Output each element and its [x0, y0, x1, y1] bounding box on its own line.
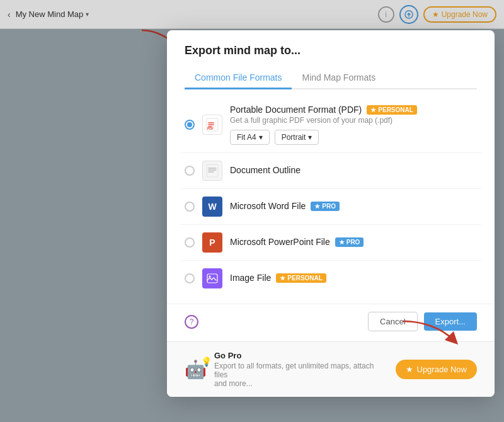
pdf-size-select[interactable]: Fit A4 ▾	[230, 130, 270, 145]
svg-point-5	[209, 276, 211, 278]
star-icon-ppt: ★	[339, 239, 345, 246]
export-dialog: Export mind map to... Common File Format…	[167, 30, 495, 397]
svg-rect-3	[207, 164, 218, 177]
go-pro-text: Go Pro Export to all formats, get unlimi…	[214, 351, 381, 388]
lightbulb-icon: 💡	[201, 356, 212, 367]
pdf-orientation-select[interactable]: Portrait ▾	[275, 130, 319, 145]
star-icon-pdf: ★	[370, 106, 376, 113]
pdf-desc: Get a full graphic PDF version of your m…	[230, 116, 477, 125]
radio-word[interactable]	[185, 202, 195, 212]
format-tabs: Common File Formats Mind Map Formats	[185, 67, 477, 89]
go-pro-desc: Export to all formats, get unlimited map…	[214, 362, 381, 388]
pdf-orientation-chevron: ▾	[308, 133, 312, 142]
pdf-info: Portable Document Format (PDF) ★ PERSONA…	[230, 105, 477, 145]
upgrade-now-label-gopro: Upgrade Now	[417, 365, 467, 374]
word-name-row: Microsoft Word File ★ PRO	[230, 201, 477, 211]
app-background: ‹ My New Mind Map ▾ i ★ Upgrade Now	[0, 0, 504, 422]
tab-common-formats[interactable]: Common File Formats	[185, 67, 292, 89]
robot-container: 🤖 💡	[185, 359, 207, 380]
image-name-row: Image File ★ PERSONAL	[230, 273, 477, 283]
outline-info: Document Outline	[230, 165, 477, 176]
image-info: Image File ★ PERSONAL	[230, 273, 477, 284]
format-list: PDF Portable Document Format (PDF) ★ PER…	[167, 89, 495, 304]
go-pro-title: Go Pro	[214, 351, 381, 360]
outline-name-row: Document Outline	[230, 165, 477, 175]
pdf-name: Portable Document Format (PDF)	[230, 105, 362, 115]
pdf-icon: PDF	[202, 115, 222, 135]
upgrade-now-button-gopro[interactable]: ★ Upgrade Now	[396, 360, 478, 379]
word-name: Microsoft Word File	[230, 201, 306, 211]
ppt-info: Microsoft PowerPoint File ★ PRO	[230, 237, 477, 248]
image-icon	[202, 268, 222, 288]
radio-outline[interactable]	[185, 166, 195, 176]
image-badge: ★ PERSONAL	[276, 273, 326, 283]
image-name: Image File	[230, 273, 271, 283]
image-badge-label: PERSONAL	[287, 275, 323, 282]
pdf-name-row: Portable Document Format (PDF) ★ PERSONA…	[230, 105, 477, 115]
pdf-badge-label: PERSONAL	[378, 106, 413, 113]
outline-icon	[202, 161, 222, 181]
cancel-button[interactable]: Cancel	[368, 312, 417, 331]
pdf-options: Fit A4 ▾ Portrait ▾	[230, 130, 477, 145]
radio-image[interactable]	[185, 273, 195, 283]
format-item-image[interactable]: Image File ★ PERSONAL	[180, 261, 482, 296]
pdf-size-label: Fit A4	[237, 133, 256, 142]
ppt-badge-label: PRO	[346, 239, 360, 246]
pdf-badge: ★ PERSONAL	[367, 105, 417, 115]
format-item-pdf[interactable]: PDF Portable Document Format (PDF) ★ PER…	[180, 97, 482, 153]
ppt-icon: P	[202, 232, 222, 253]
export-button[interactable]: Export...	[424, 312, 477, 331]
radio-ppt[interactable]	[185, 237, 195, 248]
ppt-badge: ★ PRO	[335, 237, 364, 247]
format-item-word[interactable]: W Microsoft Word File ★ PRO	[180, 189, 482, 225]
word-icon: W	[202, 197, 222, 217]
tab-mindmap-formats[interactable]: Mind Map Formats	[292, 67, 386, 89]
pdf-orientation-label: Portrait	[282, 133, 306, 142]
svg-text:PDF: PDF	[207, 127, 214, 130]
help-button[interactable]: ?	[185, 315, 198, 329]
radio-pdf[interactable]	[185, 120, 195, 130]
word-info: Microsoft Word File ★ PRO	[230, 201, 477, 212]
ppt-name-row: Microsoft PowerPoint File ★ PRO	[230, 237, 477, 247]
dialog-footer: ? Cancel Export...	[167, 304, 495, 341]
word-badge-label: PRO	[322, 203, 336, 210]
dialog-header: Export mind map to...	[167, 30, 495, 57]
format-item-outline[interactable]: Document Outline	[180, 153, 482, 189]
go-pro-section: 🤖 💡 Go Pro Export to all formats, get un…	[167, 341, 495, 397]
star-icon-image: ★	[280, 275, 285, 282]
dialog-title: Export mind map to...	[185, 44, 477, 57]
pdf-size-chevron: ▾	[259, 133, 263, 142]
star-icon-word: ★	[314, 203, 320, 210]
outline-name: Document Outline	[230, 165, 301, 175]
star-icon-gopro: ★	[406, 365, 413, 374]
word-badge: ★ PRO	[311, 202, 340, 211]
format-item-ppt[interactable]: P Microsoft PowerPoint File ★ PRO	[180, 225, 482, 261]
ppt-name: Microsoft PowerPoint File	[230, 237, 330, 247]
